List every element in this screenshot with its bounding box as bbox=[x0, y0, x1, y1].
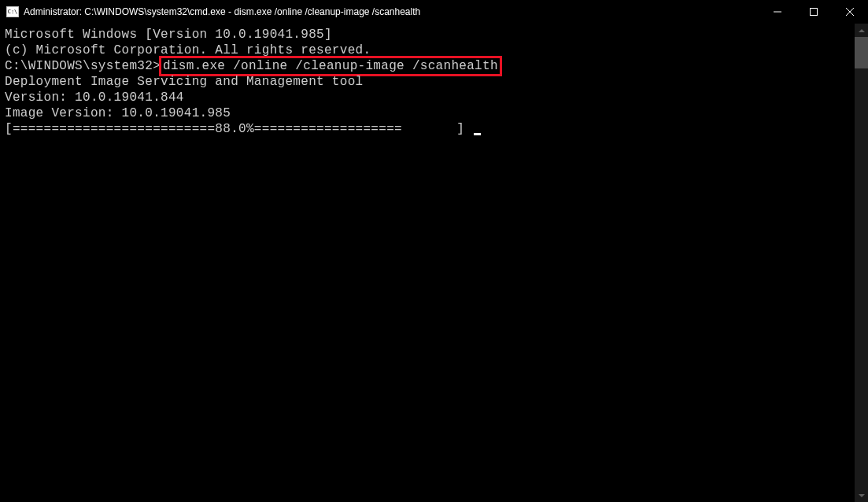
minimize-button[interactable] bbox=[759, 0, 796, 24]
chevron-down-icon bbox=[859, 494, 865, 497]
maximize-button[interactable] bbox=[796, 0, 832, 24]
titlebar-left: Administrator: C:\WINDOWS\system32\cmd.e… bbox=[0, 6, 420, 17]
output-line: Image Version: 10.0.19041.985 bbox=[5, 105, 863, 121]
minimize-icon bbox=[774, 8, 781, 16]
prompt-line: C:\WINDOWS\system32>dism.exe /online /cl… bbox=[5, 58, 863, 74]
scrollbar-thumb[interactable] bbox=[855, 37, 868, 68]
vertical-scrollbar[interactable] bbox=[855, 24, 868, 502]
window-title: Administrator: C:\WINDOWS\system32\cmd.e… bbox=[24, 6, 420, 17]
cmd-window: Administrator: C:\WINDOWS\system32\cmd.e… bbox=[0, 0, 868, 502]
window-controls bbox=[759, 0, 868, 24]
scrollbar-down-button[interactable] bbox=[855, 489, 868, 502]
close-icon bbox=[846, 8, 854, 16]
svg-rect-1 bbox=[811, 9, 818, 16]
output-line: Microsoft Windows [Version 10.0.19041.98… bbox=[5, 27, 863, 42]
command-text: dism.exe /online /cleanup-image /scanhea… bbox=[163, 59, 498, 73]
cmd-icon bbox=[6, 6, 19, 17]
output-line: Version: 10.0.19041.844 bbox=[5, 90, 863, 105]
titlebar[interactable]: Administrator: C:\WINDOWS\system32\cmd.e… bbox=[0, 0, 868, 24]
chevron-up-icon bbox=[859, 29, 865, 32]
progress-line: [==========================88.0%========… bbox=[5, 121, 863, 137]
terminal-output[interactable]: Microsoft Windows [Version 10.0.19041.98… bbox=[0, 24, 868, 502]
close-button[interactable] bbox=[832, 0, 868, 24]
progress-bar: [==========================88.0%========… bbox=[5, 122, 472, 136]
prompt-prefix: C:\WINDOWS\system32> bbox=[5, 58, 161, 74]
maximize-icon bbox=[810, 8, 818, 16]
cursor bbox=[474, 133, 481, 135]
output-line: Deployment Image Servicing and Managemen… bbox=[5, 74, 863, 90]
scrollbar-up-button[interactable] bbox=[855, 24, 868, 37]
